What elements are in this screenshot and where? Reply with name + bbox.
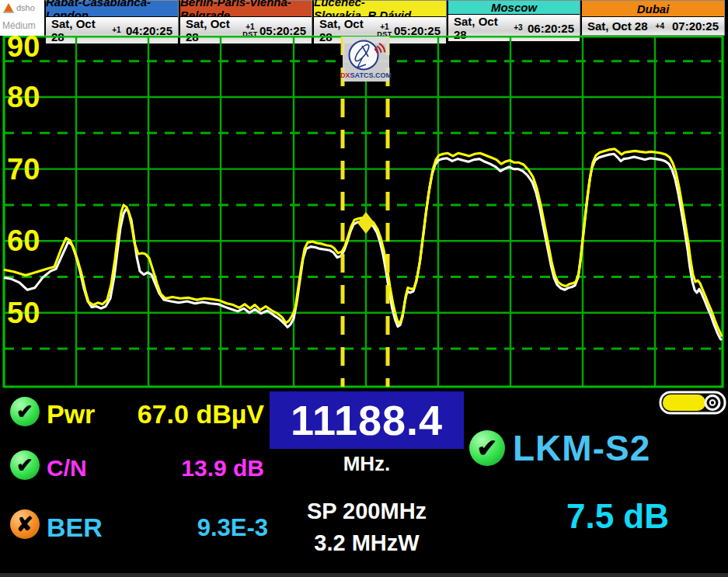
ber-cross-icon: ✘ [10, 509, 40, 539]
clock-widget[interactable]: MoscowSat, Oct 28+306:20:25 [447, 0, 580, 36]
vlc-cone-icon [4, 3, 13, 12]
clock-time: 07:20:25 [672, 19, 719, 33]
clock-utc-offset: +1 [112, 26, 120, 34]
demod-check-icon: ✔ [469, 430, 505, 466]
cn-label: C/N [47, 455, 87, 481]
clock-city: Lučenec-Slovakia_R.Dávid [314, 1, 446, 17]
clock-widgets: Rabat-Casablanca-LondonSat, Oct 28+104:2… [44, 0, 728, 36]
clock-time: 05:20:25 [394, 24, 441, 37]
span-label: SP 200MHz [270, 495, 464, 527]
demod-standard-label: LKM-S2 [513, 427, 650, 469]
pwr-value: 67.0 dBµV [109, 399, 264, 429]
battery-icon [659, 391, 726, 415]
clock-utc-offset: +1 [380, 23, 388, 31]
y-axis-label: 70 [7, 153, 40, 186]
marker-diamond [357, 212, 374, 234]
clock-time: 05:20:25 [260, 24, 306, 37]
cn-check-icon: ✔ [10, 450, 40, 480]
clock-utc-offset: +3 [514, 24, 522, 32]
pwr-check-icon: ✔ [10, 397, 40, 426]
frequency-unit: MHz. [270, 452, 464, 476]
clock-widget[interactable]: Berlin-Paris-Vienna-BelgradeSat, Oct 28+… [179, 0, 312, 36]
live-trace [4, 149, 722, 337]
y-axis-label: 80 [7, 81, 40, 113]
clock-time: 04:20:25 [126, 24, 172, 37]
dxsatcs-logo: DXSATCS.COM [340, 36, 392, 82]
analyzer-screen: dsho Médium Rabat-Casablanca-LondonSat, … [0, 0, 728, 577]
clock-date: Sat, Oct 28 [587, 19, 648, 33]
clock-widget[interactable]: Rabat-Casablanca-LondonSat, Oct 28+104:2… [44, 0, 179, 36]
y-axis-label: 90 [7, 36, 40, 63]
plot-frame [4, 36, 723, 387]
clock-city: Dubai [582, 1, 724, 17]
cn-value: 13.9 dB [109, 455, 264, 481]
clock-utc-offset: +1 [246, 23, 254, 31]
media-player-fragment[interactable]: dsho Médium [0, 0, 44, 36]
y-axis-label: 60 [7, 224, 40, 257]
ber-value: 9.3E-3 [109, 514, 268, 542]
clock-widget[interactable]: DubaiSat, Oct 28+407:20:25 [580, 0, 725, 36]
clock-time: 06:20:25 [528, 22, 574, 35]
logo-text: DXSATCS.COM [340, 71, 392, 79]
spectrum-plot[interactable]: 9080706050 DXSATCS.COM [0, 36, 728, 390]
clock-utc-offset: +4 [656, 23, 664, 30]
span-bandwidth-block: SP 200MHz 3.2 MHzW [270, 495, 464, 559]
y-axis-label: 50 [7, 297, 40, 329]
frequency-display: 11188.4 [270, 391, 464, 449]
clock-city: Berlin-Paris-Vienna-Belgrade [180, 1, 312, 17]
pwr-label: Pwr [47, 399, 95, 429]
app-hint-text: dsho [16, 3, 35, 12]
link-margin-value: 7.5 dB [513, 497, 723, 536]
clock-widget[interactable]: Lučenec-Slovakia_R.DávidSat, Oct 28+1DST… [312, 0, 447, 36]
ber-label: BER [47, 513, 103, 543]
window-bottom-edge [0, 573, 728, 577]
top-clock-bar: dsho Médium Rabat-Casablanca-LondonSat, … [0, 0, 728, 36]
bandwidth-label: 3.2 MHzW [270, 527, 464, 559]
playlist-item-medium[interactable]: Médium [2, 20, 36, 31]
clock-city: Moscow [448, 1, 580, 15]
clock-city: Rabat-Casablanca-London [46, 1, 178, 17]
frequency-value: 11188.4 [291, 396, 443, 444]
